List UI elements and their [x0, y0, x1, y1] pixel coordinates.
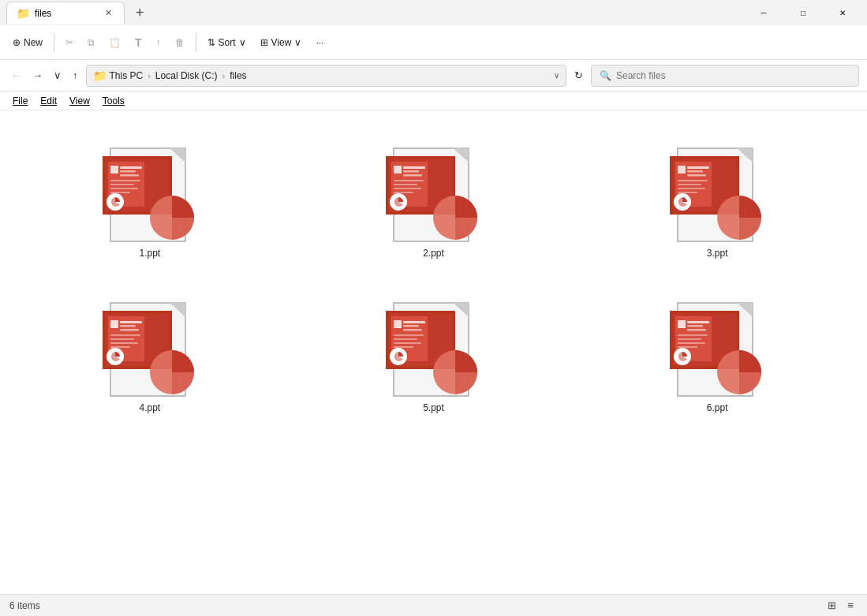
sort-icon: ⇅ — [207, 37, 215, 48]
minimize-button[interactable]: ─ — [746, 0, 782, 25]
more-button[interactable]: ··· — [309, 32, 330, 53]
menu-file[interactable]: File — [6, 94, 34, 108]
breadcrumb-sep-2: › — [222, 71, 226, 80]
file-name: 4.ppt — [139, 402, 160, 413]
status-count: 6 items — [9, 600, 40, 611]
svg-rect-6 — [110, 166, 118, 174]
list-view-button[interactable]: ≡ — [843, 597, 858, 614]
sort-chevron-icon: ∨ — [239, 37, 246, 48]
svg-rect-72 — [403, 325, 419, 327]
svg-rect-26 — [394, 180, 424, 181]
breadcrumb-current: files — [230, 70, 246, 81]
file-item[interactable]: 4.ppt — [79, 281, 221, 420]
breadcrumb-local-disk: Local Disk (C:) — [155, 70, 218, 81]
svg-rect-55 — [120, 321, 142, 323]
ppt-icon — [670, 133, 764, 243]
title-bar-controls: ─ □ ✕ — [746, 0, 861, 25]
svg-rect-27 — [394, 184, 417, 185]
svg-rect-38 — [678, 166, 686, 174]
svg-rect-89 — [687, 329, 706, 331]
up-recent-button[interactable]: ∨ — [50, 66, 65, 84]
svg-rect-74 — [394, 334, 424, 336]
back-button[interactable]: ← — [8, 66, 24, 84]
search-icon: 🔍 — [600, 70, 611, 81]
new-plus-icon: ⊕ — [13, 37, 21, 48]
view-toggle: ⊞ ≡ — [824, 597, 858, 614]
svg-rect-7 — [120, 166, 142, 169]
search-input[interactable] — [616, 70, 850, 81]
cut-button[interactable]: ✂ — [59, 32, 80, 53]
svg-rect-88 — [687, 325, 703, 327]
file-name: 3.ppt — [707, 248, 728, 259]
file-item[interactable]: 1.ppt — [79, 126, 221, 265]
tab[interactable]: 📁 files ✕ — [6, 2, 125, 24]
view-button[interactable]: ⊞ View ∨ — [254, 32, 308, 53]
copy-icon: ⧉ — [88, 37, 95, 48]
file-item[interactable]: 6.ppt — [646, 281, 788, 420]
toolbar-separator-1 — [54, 33, 54, 52]
svg-rect-41 — [687, 174, 706, 177]
svg-rect-11 — [110, 184, 134, 185]
status-bar: 6 items ⊞ ≡ — [0, 594, 867, 616]
svg-rect-73 — [403, 329, 422, 331]
new-label: New — [24, 37, 43, 48]
file-name: 6.ppt — [707, 402, 728, 413]
file-item[interactable]: 2.ppt — [362, 126, 504, 265]
svg-rect-90 — [678, 334, 708, 336]
svg-rect-24 — [403, 170, 419, 173]
maximize-button[interactable]: □ — [785, 0, 821, 25]
svg-rect-54 — [110, 320, 118, 328]
delete-button[interactable]: 🗑 — [169, 32, 191, 53]
share-button[interactable]: ↑ — [150, 32, 167, 53]
svg-rect-91 — [678, 338, 701, 340]
paste-button[interactable]: 📋 — [103, 32, 127, 53]
search-box[interactable]: 🔍 — [591, 65, 859, 87]
new-button[interactable]: ⊕ New — [6, 32, 49, 53]
refresh-button[interactable]: ↻ — [571, 66, 586, 84]
menu-edit[interactable]: Edit — [34, 94, 63, 108]
title-bar: 📁 files ✕ + ─ □ ✕ — [0, 0, 867, 25]
view-icon: ⊞ — [260, 37, 268, 48]
svg-rect-9 — [120, 174, 139, 177]
svg-rect-58 — [110, 334, 140, 336]
paste-icon: 📋 — [109, 37, 121, 48]
cut-icon: ✂ — [65, 37, 73, 48]
new-tab-button[interactable]: + — [131, 3, 149, 23]
svg-rect-76 — [394, 342, 421, 344]
file-item[interactable]: 5.ppt — [362, 281, 504, 420]
svg-rect-12 — [110, 188, 138, 189]
file-item[interactable]: 3.ppt — [646, 126, 788, 265]
svg-rect-70 — [394, 320, 402, 328]
up-button[interactable]: ↑ — [69, 66, 81, 84]
copy-button[interactable]: ⧉ — [81, 32, 101, 53]
svg-rect-44 — [678, 188, 705, 189]
close-window-button[interactable]: ✕ — [824, 0, 861, 25]
breadcrumb-sep-1: › — [148, 71, 151, 80]
tab-close-button[interactable]: ✕ — [102, 7, 114, 20]
svg-rect-42 — [678, 180, 708, 181]
view-label: View — [271, 37, 292, 48]
svg-rect-93 — [678, 346, 697, 348]
svg-rect-57 — [120, 329, 139, 331]
rename-button[interactable]: T — [129, 32, 148, 54]
svg-rect-45 — [678, 192, 697, 193]
menu-tools[interactable]: Tools — [96, 94, 131, 108]
toolbar-separator-2 — [196, 33, 196, 52]
file-area: 1.ppt — [0, 110, 867, 594]
more-icon: ··· — [316, 37, 323, 48]
svg-rect-59 — [110, 338, 134, 340]
sort-button[interactable]: ⇅ Sort ∨ — [201, 32, 252, 53]
file-grid: 1.ppt — [16, 126, 851, 420]
svg-rect-39 — [687, 166, 709, 169]
delete-icon: 🗑 — [175, 37, 185, 48]
forward-button[interactable]: → — [29, 66, 46, 84]
svg-rect-92 — [678, 342, 705, 344]
svg-rect-8 — [120, 170, 136, 173]
svg-rect-22 — [394, 166, 402, 174]
svg-rect-23 — [403, 166, 425, 169]
menu-view[interactable]: View — [63, 94, 96, 108]
grid-view-button[interactable]: ⊞ — [824, 597, 840, 614]
svg-rect-25 — [403, 174, 422, 177]
svg-rect-56 — [120, 325, 136, 327]
breadcrumb[interactable]: 📁 This PC › Local Disk (C:) › files ∨ — [86, 65, 567, 87]
